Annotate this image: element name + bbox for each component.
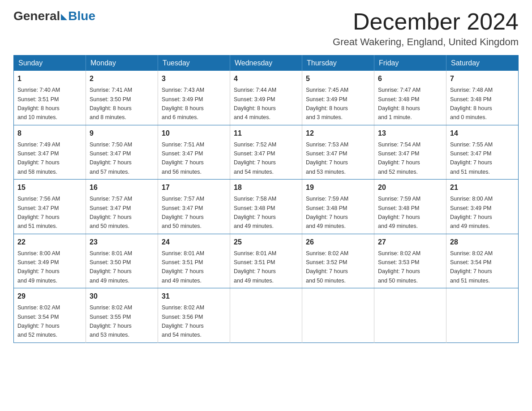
day-info: Sunrise: 8:01 AM Sunset: 3:51 PM Dayligh… <box>162 250 204 284</box>
calendar-week-row: 15Sunrise: 7:56 AM Sunset: 3:47 PM Dayli… <box>14 180 519 234</box>
day-number: 7 <box>450 73 515 84</box>
day-info: Sunrise: 7:58 AM Sunset: 3:48 PM Dayligh… <box>234 196 276 229</box>
day-number: 31 <box>162 291 226 302</box>
calendar-day-cell: 16Sunrise: 7:57 AM Sunset: 3:47 PM Dayli… <box>86 180 158 234</box>
logo-general-text: General <box>13 9 60 23</box>
day-info: Sunrise: 8:02 AM Sunset: 3:53 PM Dayligh… <box>378 250 420 284</box>
day-number: 8 <box>17 128 82 139</box>
day-info: Sunrise: 8:02 AM Sunset: 3:54 PM Dayligh… <box>17 304 60 338</box>
day-info: Sunrise: 7:55 AM Sunset: 3:47 PM Dayligh… <box>450 141 493 175</box>
calendar-day-cell: 8Sunrise: 7:49 AM Sunset: 3:47 PM Daylig… <box>14 125 86 180</box>
calendar-day-cell: 3Sunrise: 7:43 AM Sunset: 3:49 PM Daylig… <box>158 71 230 125</box>
calendar-day-cell: 27Sunrise: 8:02 AM Sunset: 3:53 PM Dayli… <box>374 234 446 288</box>
calendar-week-row: 8Sunrise: 7:49 AM Sunset: 3:47 PM Daylig… <box>14 125 519 180</box>
day-number: 25 <box>234 237 298 248</box>
logo: General Blue <box>13 9 95 23</box>
calendar-week-row: 22Sunrise: 8:00 AM Sunset: 3:49 PM Dayli… <box>14 234 519 288</box>
day-info: Sunrise: 7:51 AM Sunset: 3:47 PM Dayligh… <box>162 141 204 175</box>
day-number: 1 <box>17 73 82 84</box>
calendar-day-cell <box>374 288 446 343</box>
day-number: 29 <box>17 291 82 302</box>
day-number: 28 <box>450 237 515 248</box>
calendar-day-cell: 25Sunrise: 8:01 AM Sunset: 3:51 PM Dayli… <box>230 234 302 288</box>
calendar-day-cell <box>302 288 374 343</box>
calendar-day-cell: 26Sunrise: 8:02 AM Sunset: 3:52 PM Dayli… <box>302 234 374 288</box>
day-number: 21 <box>450 182 515 193</box>
day-info: Sunrise: 8:02 AM Sunset: 3:54 PM Dayligh… <box>450 250 493 284</box>
calendar-day-cell: 10Sunrise: 7:51 AM Sunset: 3:47 PM Dayli… <box>158 125 230 180</box>
day-info: Sunrise: 7:45 AM Sunset: 3:49 PM Dayligh… <box>306 87 348 120</box>
calendar-day-cell: 31Sunrise: 8:02 AM Sunset: 3:56 PM Dayli… <box>158 288 230 343</box>
calendar-week-row: 1Sunrise: 7:40 AM Sunset: 3:51 PM Daylig… <box>14 71 519 125</box>
day-number: 17 <box>162 182 226 193</box>
logo-triangle-icon <box>61 14 67 20</box>
day-number: 27 <box>378 237 442 248</box>
day-of-week-header: Wednesday <box>230 56 302 71</box>
calendar-day-cell: 17Sunrise: 7:57 AM Sunset: 3:47 PM Dayli… <box>158 180 230 234</box>
day-number: 26 <box>306 237 370 248</box>
day-of-week-header: Saturday <box>446 56 519 71</box>
day-info: Sunrise: 7:54 AM Sunset: 3:47 PM Dayligh… <box>378 141 420 175</box>
day-number: 5 <box>306 73 370 84</box>
calendar-day-cell: 7Sunrise: 7:48 AM Sunset: 3:48 PM Daylig… <box>446 71 519 125</box>
day-of-week-header: Sunday <box>14 56 86 71</box>
day-number: 22 <box>17 237 82 248</box>
calendar-day-cell: 2Sunrise: 7:41 AM Sunset: 3:50 PM Daylig… <box>86 71 158 125</box>
calendar-day-cell: 21Sunrise: 8:00 AM Sunset: 3:49 PM Dayli… <box>446 180 519 234</box>
page-header: General Blue December 2024 Great Wakerin… <box>13 9 519 48</box>
calendar-day-cell: 12Sunrise: 7:53 AM Sunset: 3:47 PM Dayli… <box>302 125 374 180</box>
calendar-day-cell: 6Sunrise: 7:47 AM Sunset: 3:48 PM Daylig… <box>374 71 446 125</box>
calendar-day-cell: 23Sunrise: 8:01 AM Sunset: 3:50 PM Dayli… <box>86 234 158 288</box>
day-number: 4 <box>234 73 298 84</box>
day-number: 10 <box>162 128 226 139</box>
day-number: 13 <box>378 128 442 139</box>
day-info: Sunrise: 7:57 AM Sunset: 3:47 PM Dayligh… <box>90 196 132 229</box>
calendar-week-row: 29Sunrise: 8:02 AM Sunset: 3:54 PM Dayli… <box>14 288 519 343</box>
day-info: Sunrise: 7:47 AM Sunset: 3:48 PM Dayligh… <box>378 87 420 120</box>
calendar-day-cell: 22Sunrise: 8:00 AM Sunset: 3:49 PM Dayli… <box>14 234 86 288</box>
calendar-day-cell: 28Sunrise: 8:02 AM Sunset: 3:54 PM Dayli… <box>446 234 519 288</box>
day-number: 6 <box>378 73 442 84</box>
day-info: Sunrise: 8:02 AM Sunset: 3:56 PM Dayligh… <box>162 304 204 338</box>
page-title: December 2024 <box>333 9 519 34</box>
day-number: 12 <box>306 128 370 139</box>
calendar-day-cell <box>446 288 519 343</box>
calendar-day-cell: 1Sunrise: 7:40 AM Sunset: 3:51 PM Daylig… <box>14 71 86 125</box>
calendar-day-cell: 11Sunrise: 7:52 AM Sunset: 3:47 PM Dayli… <box>230 125 302 180</box>
day-info: Sunrise: 8:01 AM Sunset: 3:50 PM Dayligh… <box>90 250 132 284</box>
calendar-day-cell: 18Sunrise: 7:58 AM Sunset: 3:48 PM Dayli… <box>230 180 302 234</box>
day-number: 3 <box>162 73 226 84</box>
calendar-day-cell: 4Sunrise: 7:44 AM Sunset: 3:49 PM Daylig… <box>230 71 302 125</box>
calendar-header-row: SundayMondayTuesdayWednesdayThursdayFrid… <box>14 56 519 71</box>
day-number: 30 <box>90 291 154 302</box>
day-of-week-header: Tuesday <box>158 56 230 71</box>
day-info: Sunrise: 7:48 AM Sunset: 3:48 PM Dayligh… <box>450 87 493 120</box>
day-number: 20 <box>378 182 442 193</box>
calendar-day-cell: 14Sunrise: 7:55 AM Sunset: 3:47 PM Dayli… <box>446 125 519 180</box>
calendar-day-cell <box>230 288 302 343</box>
calendar-day-cell: 13Sunrise: 7:54 AM Sunset: 3:47 PM Dayli… <box>374 125 446 180</box>
day-info: Sunrise: 8:02 AM Sunset: 3:55 PM Dayligh… <box>90 304 132 338</box>
day-number: 11 <box>234 128 298 139</box>
calendar-day-cell: 19Sunrise: 7:59 AM Sunset: 3:48 PM Dayli… <box>302 180 374 234</box>
day-info: Sunrise: 7:59 AM Sunset: 3:48 PM Dayligh… <box>306 196 348 229</box>
day-number: 9 <box>90 128 154 139</box>
day-number: 16 <box>90 182 154 193</box>
day-info: Sunrise: 8:00 AM Sunset: 3:49 PM Dayligh… <box>450 196 493 229</box>
day-number: 15 <box>17 182 82 193</box>
logo-blue-text: Blue <box>68 9 95 23</box>
calendar-day-cell: 30Sunrise: 8:02 AM Sunset: 3:55 PM Dayli… <box>86 288 158 343</box>
day-info: Sunrise: 7:57 AM Sunset: 3:47 PM Dayligh… <box>162 196 204 229</box>
day-number: 24 <box>162 237 226 248</box>
day-info: Sunrise: 7:52 AM Sunset: 3:47 PM Dayligh… <box>234 141 276 175</box>
calendar-day-cell: 5Sunrise: 7:45 AM Sunset: 3:49 PM Daylig… <box>302 71 374 125</box>
day-info: Sunrise: 7:44 AM Sunset: 3:49 PM Dayligh… <box>234 87 276 120</box>
page-subtitle: Great Wakering, England, United Kingdom <box>333 36 519 48</box>
calendar-day-cell: 24Sunrise: 8:01 AM Sunset: 3:51 PM Dayli… <box>158 234 230 288</box>
title-area: December 2024 Great Wakering, England, U… <box>333 9 519 48</box>
day-info: Sunrise: 7:53 AM Sunset: 3:47 PM Dayligh… <box>306 141 348 175</box>
day-number: 19 <box>306 182 370 193</box>
day-info: Sunrise: 7:43 AM Sunset: 3:49 PM Dayligh… <box>162 87 204 120</box>
day-number: 18 <box>234 182 298 193</box>
day-of-week-header: Friday <box>374 56 446 71</box>
